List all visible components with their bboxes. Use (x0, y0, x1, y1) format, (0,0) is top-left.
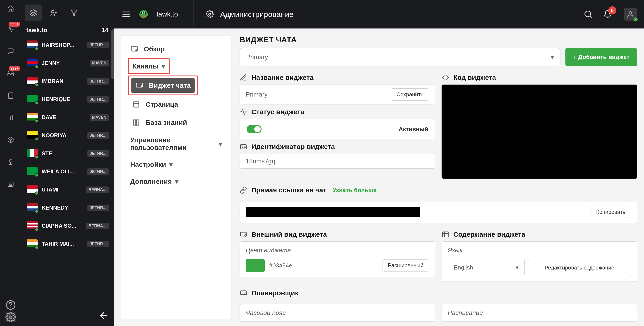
svg-point-24 (209, 13, 211, 15)
language-select[interactable]: English ▾ (448, 259, 525, 276)
chat-row[interactable]: NOORIYAJETHR... (24, 126, 112, 145)
chat-tag: JETHR... (88, 168, 109, 175)
chat-name: DAVE (42, 114, 86, 121)
svg-point-13 (52, 10, 54, 13)
users-button[interactable] (45, 4, 62, 21)
direct-link-label: Прямая ссылка на чат (251, 186, 326, 194)
flag-wrap (27, 59, 38, 68)
chat-row[interactable]: JENNYMAVEN (24, 54, 112, 72)
chat-row[interactable]: CIAPHA SO...BERNA... (24, 217, 112, 235)
chat-row[interactable]: UTAMIBERNA... (24, 181, 112, 199)
help-icon[interactable] (6, 300, 16, 310)
chat-row[interactable]: WEILA OLI...JETHR... (24, 163, 112, 181)
settings-icon[interactable] (6, 312, 16, 323)
gear-icon[interactable] (206, 10, 214, 18)
chat-tag: BERNA... (86, 223, 109, 229)
learn-more-link[interactable]: Узнать больше (333, 187, 376, 194)
status-dot (35, 228, 38, 231)
menu-chat-widget[interactable]: Виджет чата (131, 78, 195, 93)
menu-addons[interactable]: Дополнения ▾ (128, 173, 224, 190)
color-label: Цвет виджета (246, 247, 429, 254)
widget-code-box[interactable] (442, 85, 637, 178)
hamburger-icon[interactable] (122, 10, 131, 19)
brand-label: tawk.to (156, 10, 178, 18)
direct-link-row: Копировать (240, 201, 637, 223)
color-card: Цвет виджета #03a84e Расширенный (240, 241, 435, 277)
widget-status-label: Статус виджета (251, 108, 304, 116)
status-dot (35, 83, 38, 87)
chat-row[interactable]: KENNEDYJETHR... (24, 199, 112, 217)
filter-button[interactable] (66, 4, 82, 21)
main-area: tawk.to Администрирование 8 (114, 0, 644, 326)
layers-button[interactable] (25, 4, 42, 21)
divider (194, 0, 194, 28)
menu-settings[interactable]: Настройки ▾ (128, 156, 224, 173)
back-arrow-icon[interactable] (96, 308, 111, 323)
chat-row[interactable]: STEJETHR... (24, 145, 112, 163)
chat-tag: JETHR... (88, 132, 109, 139)
language-label: Язык (448, 247, 631, 254)
widget-name-input[interactable] (246, 91, 388, 98)
menu-users[interactable]: Управление пользователями ▾ (128, 132, 224, 156)
widget-name-header: Название виджета (240, 74, 435, 81)
svg-point-31 (140, 85, 143, 88)
chat-row[interactable]: IMBRANJETHR... (24, 72, 112, 90)
bars-icon[interactable] (6, 113, 16, 123)
scrollbar-thumb[interactable] (112, 29, 114, 79)
schedule-row[interactable]: Расписание (442, 304, 637, 322)
topbar: tawk.to Администрирование 8 (114, 0, 644, 28)
add-widget-button[interactable]: + Добавить виджет (566, 48, 637, 66)
flag-wrap (27, 77, 38, 86)
flag-wrap (27, 167, 38, 176)
menu-overview[interactable]: Обзор (128, 40, 224, 58)
book-icon[interactable] (6, 90, 16, 101)
nav-strip: 999+ 999+ (0, 0, 21, 326)
menu-overview-label: Обзор (144, 45, 164, 53)
inbox-icon[interactable]: 999+ (6, 68, 16, 79)
chat-icon[interactable] (6, 46, 16, 56)
avatar[interactable] (624, 8, 637, 20)
chat-row[interactable]: HENRIQUEJETHR... (24, 90, 112, 108)
timezone-row[interactable]: Часовой пояс (240, 304, 435, 322)
copy-button[interactable]: Копировать (590, 206, 631, 218)
chat-row[interactable]: HAIRSHOP...JETHR... (24, 36, 112, 54)
widget-name-field: Сохранить (240, 85, 435, 104)
chat-row[interactable]: DAVEMAVEN (24, 108, 112, 126)
trophy-icon[interactable] (6, 157, 16, 167)
menu-page[interactable]: Страница (130, 95, 224, 114)
save-button[interactable]: Сохранить (391, 88, 429, 101)
package-icon[interactable] (6, 135, 16, 145)
advanced-button[interactable]: Расширенный (382, 259, 429, 272)
home-icon[interactable] (6, 3, 16, 13)
status-toggle[interactable] (246, 125, 262, 133)
widget-status-row: Активный (240, 119, 435, 139)
flag-wrap (27, 221, 38, 230)
schedule-label: Расписание (448, 309, 483, 316)
svg-point-39 (245, 234, 247, 236)
chevron-down-icon: ▾ (516, 264, 518, 271)
scheduler-header: Планировщик (240, 289, 637, 297)
activity-icon[interactable]: 999+ (6, 24, 16, 34)
chat-name: HENRIQUE (42, 96, 83, 102)
menu-kb[interactable]: База знаний (130, 114, 224, 132)
status-active-label: Активный (399, 126, 428, 133)
logo-icon (137, 8, 150, 21)
chat-list[interactable]: HAIRSHOP...JETHR...JENNYMAVENIMBRANJETHR… (21, 36, 114, 326)
menu-users-label: Управление пользователями (130, 136, 207, 152)
menu-channels[interactable]: Каналы ▾ (131, 60, 167, 72)
bell-icon[interactable]: 8 (601, 8, 614, 21)
edit-content-button[interactable]: Редактировать содержание (528, 259, 631, 276)
chat-panel: tawk.to 14 HAIRSHOP...JETHR...JENNYMAVEN… (21, 0, 114, 326)
search-icon[interactable] (582, 8, 595, 21)
highlight-channels: Каналы ▾ (128, 58, 170, 74)
color-swatch[interactable] (246, 259, 265, 272)
widget-name-label: Название виджета (251, 74, 314, 81)
chat-name: HAIRSHOP... (42, 42, 83, 48)
chat-row[interactable]: TAHIR MAI...JETHR... (24, 235, 112, 253)
status-dot (35, 155, 38, 159)
status-dot (35, 173, 38, 177)
widget-select[interactable]: Primary ▾ (240, 48, 560, 66)
chat-name: TAHIR MAI... (42, 241, 83, 247)
breadcrumb: Администрирование (220, 10, 294, 19)
news-icon[interactable] (6, 179, 16, 189)
